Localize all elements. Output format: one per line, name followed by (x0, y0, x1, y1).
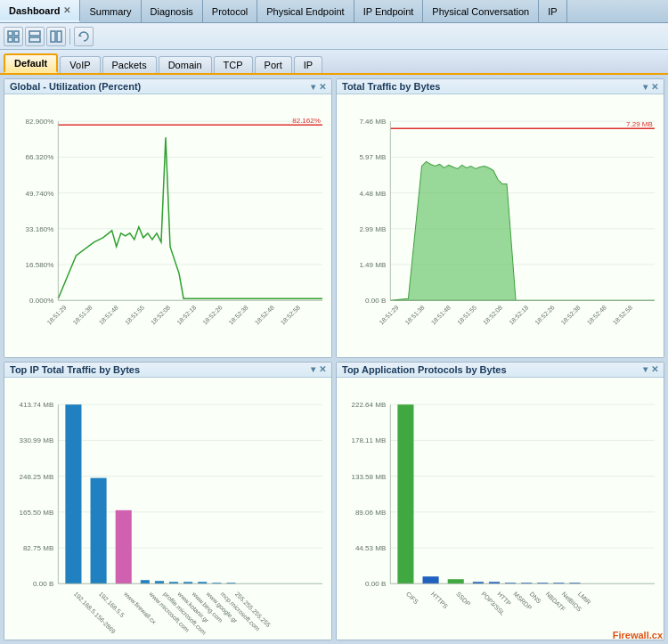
chart2-close-icon[interactable]: ✕ (651, 82, 658, 92)
svg-text:18:52:18: 18:52:18 (175, 304, 197, 325)
svg-rect-1 (14, 31, 19, 36)
chart-top-ip-traffic-title: Top IP Total Traffic by Bytes (10, 364, 140, 375)
svg-text:18:52:26: 18:52:26 (201, 304, 223, 325)
svg-rect-110 (448, 579, 464, 583)
svg-text:18:51:38: 18:51:38 (72, 304, 94, 325)
svg-rect-6 (51, 31, 55, 42)
tab-physical-endpoint-label: Physical Endpoint (266, 6, 344, 17)
svg-text:18:51:38: 18:51:38 (404, 304, 426, 325)
branding-prefix: Firewall (613, 630, 649, 640)
chart-total-traffic-title: Total Traffic by Bytes (342, 81, 440, 92)
toolbar-btn-3[interactable] (46, 27, 66, 46)
svg-text:18:52:48: 18:52:48 (254, 304, 275, 325)
chart4-close-icon[interactable]: ✕ (651, 364, 658, 374)
svg-text:18:52:38: 18:52:38 (228, 304, 249, 325)
svg-text:178.11 MB: 178.11 MB (351, 436, 386, 444)
toolbar (0, 23, 668, 50)
svg-text:1.49 MB: 1.49 MB (359, 261, 386, 269)
chart-top-ip-traffic: Top IP Total Traffic by Bytes ▾ ✕ 413.74… (4, 362, 332, 641)
chart-controls: ▾ ✕ (311, 82, 326, 92)
subtab-tcp-label: TCP (224, 60, 243, 70)
svg-text:7.46 MB: 7.46 MB (359, 118, 386, 126)
svg-rect-3 (14, 37, 19, 42)
chart-minus-icon[interactable]: ▾ (311, 82, 315, 92)
tab-summary[interactable]: Summary (80, 0, 141, 22)
tab-ip[interactable]: IP (539, 0, 566, 22)
svg-marker-49 (390, 161, 655, 300)
svg-text:18:52:26: 18:52:26 (534, 304, 555, 325)
subtab-default[interactable]: Default (4, 53, 58, 73)
subtab-packets[interactable]: Packets (102, 56, 157, 73)
svg-text:7.29 MB: 7.29 MB (626, 120, 653, 128)
tab-physical-conversation-label: Physical Conversation (432, 6, 529, 17)
svg-text:18:51:29: 18:51:29 (378, 304, 399, 325)
chart-total-traffic-header: Total Traffic by Bytes ▾ ✕ (337, 79, 664, 94)
chart-top-app-protocols-title: Top Application Protocols by Bytes (342, 364, 507, 375)
total-traffic-svg: 7.46 MB 5.97 MB 4.48 MB 2.99 MB 1.49 MB … (337, 94, 664, 357)
svg-rect-74 (65, 404, 81, 583)
svg-text:18:52:58: 18:52:58 (280, 304, 301, 325)
top-app-svg: 222.64 MB 178.11 MB 133.58 MB 89.06 MB 4… (337, 378, 664, 640)
svg-text:18:52:08: 18:52:08 (150, 304, 171, 325)
tab-diagnosis-label: Diagnosis (151, 6, 193, 17)
tab-protocol[interactable]: Protocol (203, 0, 257, 22)
tab-diagnosis[interactable]: Diagnosis (142, 0, 203, 22)
chart-total-traffic: Total Traffic by Bytes ▾ ✕ 7.46 MB 5.97 … (336, 78, 664, 358)
chart-global-utilization-header: Global - Utilization (Percent) ▾ ✕ (4, 79, 331, 94)
tab-physical-endpoint[interactable]: Physical Endpoint (257, 0, 354, 22)
svg-text:18:51:55: 18:51:55 (456, 304, 477, 325)
svg-text:18:52:18: 18:52:18 (508, 304, 529, 325)
chart-global-utilization-body: 82.900% 66.320% 49.740% 33.160% 16.580% … (4, 94, 331, 357)
subtab-domain[interactable]: Domain (159, 56, 212, 73)
svg-text:16.580%: 16.580% (26, 261, 54, 269)
svg-text:192.168.5.156-2869: 192.168.5.156-2869 (73, 591, 117, 634)
svg-text:330.99 MB: 330.99 MB (19, 436, 53, 444)
branding: Firewall.cx (613, 630, 663, 640)
subtab-tcp[interactable]: TCP (214, 56, 253, 73)
svg-text:82.162%: 82.162% (292, 117, 321, 125)
svg-text:4.48 MB: 4.48 MB (359, 190, 386, 198)
svg-text:18:51:29: 18:51:29 (45, 304, 67, 325)
svg-rect-75 (91, 477, 107, 583)
subtab-ip[interactable]: IP (294, 56, 322, 73)
svg-text:SSDP: SSDP (455, 591, 472, 607)
svg-text:HTTPS: HTTPS (430, 591, 449, 609)
svg-text:413.74 MB: 413.74 MB (19, 401, 53, 409)
svg-text:18:51:48: 18:51:48 (98, 304, 119, 325)
chart3-minus-icon[interactable]: ▾ (311, 364, 315, 374)
tab-physical-conversation[interactable]: Physical Conversation (423, 0, 539, 22)
chart2-minus-icon[interactable]: ▾ (643, 82, 648, 92)
tab-summary-label: Summary (89, 6, 131, 17)
toolbar-btn-1[interactable] (4, 27, 23, 46)
svg-text:18:52:58: 18:52:58 (612, 304, 633, 325)
tab-ip-endpoint[interactable]: IP Endpoint (354, 0, 424, 22)
chart-close-icon[interactable]: ✕ (319, 82, 326, 92)
refresh-button[interactable] (74, 27, 94, 46)
svg-rect-76 (116, 509, 132, 583)
svg-text:44.53 MB: 44.53 MB (355, 544, 386, 552)
svg-text:133.58 MB: 133.58 MB (351, 472, 386, 480)
svg-text:222.64 MB: 222.64 MB (351, 401, 386, 409)
svg-text:165.50 MB: 165.50 MB (19, 508, 53, 516)
subtab-port[interactable]: Port (255, 56, 292, 73)
svg-text:DNS: DNS (528, 591, 542, 605)
svg-rect-109 (423, 576, 439, 583)
close-icon[interactable]: ✕ (63, 5, 70, 15)
chart-top-app-protocols-body: 222.64 MB 178.11 MB 133.58 MB 89.06 MB 4… (337, 378, 664, 640)
tab-dashboard-label: Dashboard (9, 5, 60, 16)
chart-top-ip-traffic-body: 413.74 MB 330.99 MB 248.25 MB 165.50 MB … (4, 378, 331, 640)
subtab-packets-label: Packets (112, 60, 147, 70)
svg-text:5.97 MB: 5.97 MB (359, 153, 386, 161)
toolbar-separator (69, 29, 70, 45)
svg-text:66.320%: 66.320% (26, 153, 54, 161)
chart-top-app-protocols-header: Top Application Protocols by Bytes ▾ ✕ (337, 363, 664, 378)
tab-dashboard[interactable]: Dashboard ✕ (0, 0, 80, 22)
subtab-voip[interactable]: VoIP (60, 56, 100, 73)
chart3-close-icon[interactable]: ✕ (319, 364, 326, 374)
chart-controls-4: ▾ ✕ (643, 364, 658, 374)
sub-tab-bar: Default VoIP Packets Domain TCP Port IP (0, 50, 668, 75)
chart4-minus-icon[interactable]: ▾ (643, 364, 648, 374)
svg-rect-4 (29, 31, 40, 36)
subtab-ip-label: IP (304, 60, 313, 70)
toolbar-btn-2[interactable] (25, 27, 45, 46)
